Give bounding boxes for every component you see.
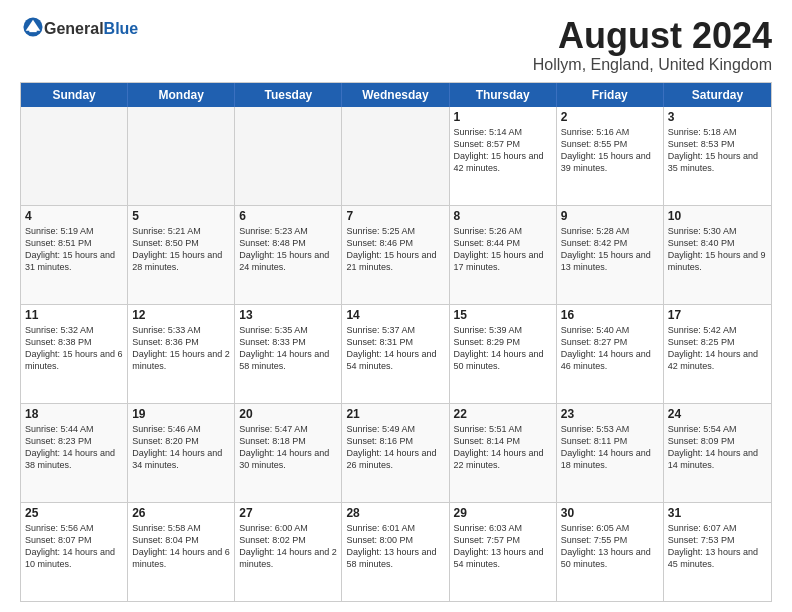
day-detail: Sunrise: 5:37 AM Sunset: 8:31 PM Dayligh…: [346, 324, 444, 373]
calendar-cell: 3Sunrise: 5:18 AM Sunset: 8:53 PM Daylig…: [664, 107, 771, 205]
calendar-cell: 17Sunrise: 5:42 AM Sunset: 8:25 PM Dayli…: [664, 305, 771, 403]
day-detail: Sunrise: 6:07 AM Sunset: 7:53 PM Dayligh…: [668, 522, 767, 571]
calendar-cell: 30Sunrise: 6:05 AM Sunset: 7:55 PM Dayli…: [557, 503, 664, 601]
day-detail: Sunrise: 5:56 AM Sunset: 8:07 PM Dayligh…: [25, 522, 123, 571]
calendar-header: SundayMondayTuesdayWednesdayThursdayFrid…: [21, 83, 771, 107]
calendar-cell: 23Sunrise: 5:53 AM Sunset: 8:11 PM Dayli…: [557, 404, 664, 502]
day-detail: Sunrise: 5:16 AM Sunset: 8:55 PM Dayligh…: [561, 126, 659, 175]
day-detail: Sunrise: 5:25 AM Sunset: 8:46 PM Dayligh…: [346, 225, 444, 274]
calendar-cell: [342, 107, 449, 205]
calendar-cell: 2Sunrise: 5:16 AM Sunset: 8:55 PM Daylig…: [557, 107, 664, 205]
svg-rect-2: [29, 29, 36, 32]
page: General Blue August 2024 Hollym, England…: [0, 0, 792, 612]
day-number: 18: [25, 407, 123, 421]
logo-blue: Blue: [104, 20, 139, 38]
day-detail: Sunrise: 5:42 AM Sunset: 8:25 PM Dayligh…: [668, 324, 767, 373]
calendar-cell: 18Sunrise: 5:44 AM Sunset: 8:23 PM Dayli…: [21, 404, 128, 502]
day-number: 12: [132, 308, 230, 322]
title-section: August 2024 Hollym, England, United King…: [533, 16, 772, 74]
calendar-cell: 1Sunrise: 5:14 AM Sunset: 8:57 PM Daylig…: [450, 107, 557, 205]
day-number: 19: [132, 407, 230, 421]
day-detail: Sunrise: 5:19 AM Sunset: 8:51 PM Dayligh…: [25, 225, 123, 274]
day-number: 9: [561, 209, 659, 223]
calendar-cell: 10Sunrise: 5:30 AM Sunset: 8:40 PM Dayli…: [664, 206, 771, 304]
day-number: 30: [561, 506, 659, 520]
day-number: 6: [239, 209, 337, 223]
calendar-cell: 19Sunrise: 5:46 AM Sunset: 8:20 PM Dayli…: [128, 404, 235, 502]
weekday-header: Tuesday: [235, 83, 342, 107]
calendar-cell: 7Sunrise: 5:25 AM Sunset: 8:46 PM Daylig…: [342, 206, 449, 304]
day-detail: Sunrise: 6:00 AM Sunset: 8:02 PM Dayligh…: [239, 522, 337, 571]
weekday-header: Thursday: [450, 83, 557, 107]
day-number: 26: [132, 506, 230, 520]
day-detail: Sunrise: 5:33 AM Sunset: 8:36 PM Dayligh…: [132, 324, 230, 373]
day-number: 24: [668, 407, 767, 421]
day-detail: Sunrise: 5:46 AM Sunset: 8:20 PM Dayligh…: [132, 423, 230, 472]
calendar-row: 4Sunrise: 5:19 AM Sunset: 8:51 PM Daylig…: [21, 205, 771, 304]
day-number: 21: [346, 407, 444, 421]
calendar-row: 25Sunrise: 5:56 AM Sunset: 8:07 PM Dayli…: [21, 502, 771, 601]
day-number: 29: [454, 506, 552, 520]
logo-general: General: [44, 20, 104, 38]
day-detail: Sunrise: 5:21 AM Sunset: 8:50 PM Dayligh…: [132, 225, 230, 274]
calendar-cell: 27Sunrise: 6:00 AM Sunset: 8:02 PM Dayli…: [235, 503, 342, 601]
day-number: 16: [561, 308, 659, 322]
calendar-cell: 14Sunrise: 5:37 AM Sunset: 8:31 PM Dayli…: [342, 305, 449, 403]
day-number: 28: [346, 506, 444, 520]
weekday-header: Friday: [557, 83, 664, 107]
weekday-header: Saturday: [664, 83, 771, 107]
day-number: 4: [25, 209, 123, 223]
weekday-header: Monday: [128, 83, 235, 107]
calendar-cell: 11Sunrise: 5:32 AM Sunset: 8:38 PM Dayli…: [21, 305, 128, 403]
page-subtitle: Hollym, England, United Kingdom: [533, 56, 772, 74]
calendar-cell: 12Sunrise: 5:33 AM Sunset: 8:36 PM Dayli…: [128, 305, 235, 403]
day-number: 7: [346, 209, 444, 223]
logo: General Blue: [20, 16, 138, 38]
calendar-cell: 5Sunrise: 5:21 AM Sunset: 8:50 PM Daylig…: [128, 206, 235, 304]
day-number: 25: [25, 506, 123, 520]
day-detail: Sunrise: 5:54 AM Sunset: 8:09 PM Dayligh…: [668, 423, 767, 472]
day-detail: Sunrise: 5:26 AM Sunset: 8:44 PM Dayligh…: [454, 225, 552, 274]
day-number: 11: [25, 308, 123, 322]
calendar-row: 1Sunrise: 5:14 AM Sunset: 8:57 PM Daylig…: [21, 107, 771, 205]
day-number: 3: [668, 110, 767, 124]
calendar-cell: [128, 107, 235, 205]
day-detail: Sunrise: 5:49 AM Sunset: 8:16 PM Dayligh…: [346, 423, 444, 472]
day-number: 17: [668, 308, 767, 322]
day-detail: Sunrise: 5:53 AM Sunset: 8:11 PM Dayligh…: [561, 423, 659, 472]
calendar-cell: 28Sunrise: 6:01 AM Sunset: 8:00 PM Dayli…: [342, 503, 449, 601]
day-number: 22: [454, 407, 552, 421]
calendar-cell: 16Sunrise: 5:40 AM Sunset: 8:27 PM Dayli…: [557, 305, 664, 403]
day-number: 1: [454, 110, 552, 124]
calendar-cell: 21Sunrise: 5:49 AM Sunset: 8:16 PM Dayli…: [342, 404, 449, 502]
day-detail: Sunrise: 6:03 AM Sunset: 7:57 PM Dayligh…: [454, 522, 552, 571]
day-detail: Sunrise: 6:05 AM Sunset: 7:55 PM Dayligh…: [561, 522, 659, 571]
day-number: 23: [561, 407, 659, 421]
calendar-cell: 8Sunrise: 5:26 AM Sunset: 8:44 PM Daylig…: [450, 206, 557, 304]
calendar-cell: 25Sunrise: 5:56 AM Sunset: 8:07 PM Dayli…: [21, 503, 128, 601]
calendar: SundayMondayTuesdayWednesdayThursdayFrid…: [20, 82, 772, 602]
calendar-cell: [21, 107, 128, 205]
day-detail: Sunrise: 6:01 AM Sunset: 8:00 PM Dayligh…: [346, 522, 444, 571]
page-title: August 2024: [533, 16, 772, 56]
day-detail: Sunrise: 5:47 AM Sunset: 8:18 PM Dayligh…: [239, 423, 337, 472]
logo-icon: [22, 16, 44, 38]
calendar-cell: [235, 107, 342, 205]
calendar-row: 18Sunrise: 5:44 AM Sunset: 8:23 PM Dayli…: [21, 403, 771, 502]
day-detail: Sunrise: 5:23 AM Sunset: 8:48 PM Dayligh…: [239, 225, 337, 274]
calendar-cell: 9Sunrise: 5:28 AM Sunset: 8:42 PM Daylig…: [557, 206, 664, 304]
weekday-header: Wednesday: [342, 83, 449, 107]
weekday-header: Sunday: [21, 83, 128, 107]
calendar-cell: 20Sunrise: 5:47 AM Sunset: 8:18 PM Dayli…: [235, 404, 342, 502]
day-number: 5: [132, 209, 230, 223]
logo-text: General Blue: [20, 16, 138, 38]
day-number: 10: [668, 209, 767, 223]
calendar-cell: 6Sunrise: 5:23 AM Sunset: 8:48 PM Daylig…: [235, 206, 342, 304]
day-number: 2: [561, 110, 659, 124]
day-number: 20: [239, 407, 337, 421]
day-number: 31: [668, 506, 767, 520]
header: General Blue August 2024 Hollym, England…: [20, 16, 772, 74]
day-number: 14: [346, 308, 444, 322]
day-detail: Sunrise: 5:44 AM Sunset: 8:23 PM Dayligh…: [25, 423, 123, 472]
calendar-row: 11Sunrise: 5:32 AM Sunset: 8:38 PM Dayli…: [21, 304, 771, 403]
